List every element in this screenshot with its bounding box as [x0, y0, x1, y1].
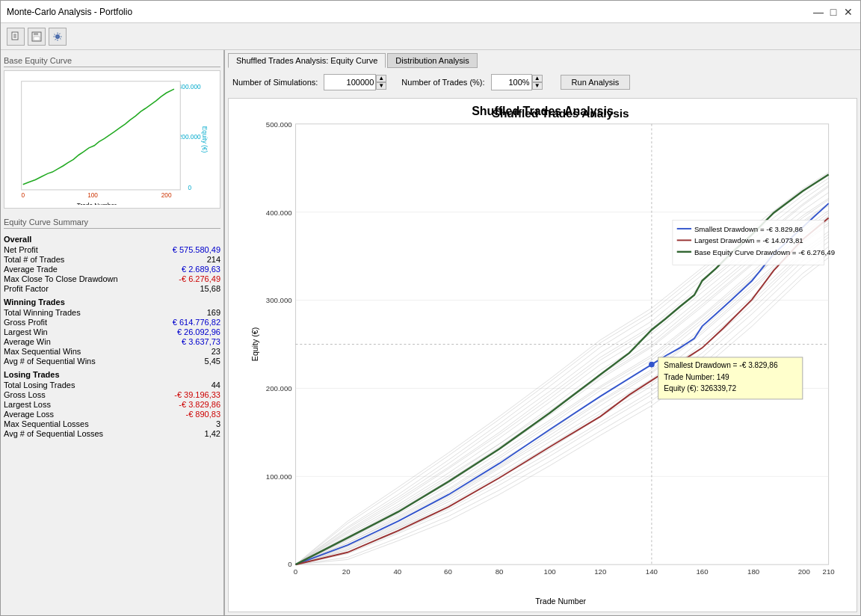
svg-text:100: 100 — [544, 567, 556, 576]
legend-base-dd: Base Equity Curve Drawdown = -€ 6.276,49 — [694, 248, 835, 256]
right-panel: Shuffled Trades Analysis: Equity Curve D… — [225, 50, 860, 615]
largest-loss-value: -€ 3.829,86 — [179, 400, 220, 409]
avg-loss-value: -€ 890,83 — [186, 410, 220, 419]
avg-seq-losses-row: Avg # of Sequential Losses 1,42 — [4, 429, 220, 438]
profit-factor-label: Profit Factor — [4, 284, 49, 293]
losing-header: Losing Trades — [4, 370, 220, 379]
svg-text:Trade Number: 149: Trade Number: 149 — [664, 373, 729, 381]
avg-win-row: Average Win € 3.637,73 — [4, 337, 220, 346]
main-chart-svg: Equity (€) Trade Number Shuffled Trades … — [229, 99, 857, 612]
controls-bar: Number of Simulations: ▲ ▼ Number of Tra… — [228, 71, 857, 93]
simulations-input-group: ▲ ▼ — [324, 74, 386, 90]
svg-text:40: 40 — [393, 567, 401, 576]
minimize-button[interactable]: — — [812, 6, 824, 18]
trades-label: Number of Trades (%): — [401, 78, 484, 87]
base-equity-section-title: Base Equity Curve — [4, 56, 220, 67]
maximize-button[interactable]: □ — [827, 6, 839, 18]
max-seq-wins-value: 23 — [212, 347, 220, 356]
tab-equity-curve[interactable]: Shuffled Trades Analysis: Equity Curve — [228, 53, 386, 68]
base-equity-chart: 400.000 200.000 0 0 100 200 Trade Number… — [7, 74, 217, 205]
total-losing-value: 44 — [212, 381, 220, 389]
total-winning-label: Total Winning Trades — [4, 308, 81, 317]
gross-profit-row: Gross Profit € 614.776,82 — [4, 318, 220, 327]
simulations-input[interactable] — [324, 74, 376, 90]
total-losing-row: Total Losing Trades 44 — [4, 381, 220, 389]
gross-loss-label: Gross Loss — [4, 390, 46, 399]
gross-loss-row: Gross Loss -€ 39.196,33 — [4, 390, 220, 399]
avg-loss-label: Average Loss — [4, 410, 54, 419]
net-profit-value: € 575.580,49 — [173, 245, 220, 254]
winning-header: Winning Trades — [4, 298, 220, 307]
largest-win-value: € 26.092,96 — [177, 327, 220, 336]
net-profit-row: Net Profit € 575.580,49 — [4, 245, 220, 254]
svg-text:210: 210 — [823, 567, 835, 576]
gross-profit-label: Gross Profit — [4, 318, 47, 327]
total-losing-label: Total Losing Trades — [4, 381, 75, 389]
main-window: Monte-Carlo Analysis - Portfolio — □ ✕ B… — [0, 0, 861, 616]
svg-text:120: 120 — [594, 567, 606, 576]
svg-text:100: 100 — [87, 191, 98, 199]
legend-smallest-dd: Smallest Drawdown = -€ 3.829,86 — [694, 225, 803, 233]
tooltip-marker — [649, 362, 655, 368]
chart-legend: Smallest Drawdown = -€ 3.829,86 Largest … — [673, 220, 835, 265]
svg-text:500.000: 500.000 — [266, 120, 292, 129]
new-button[interactable] — [7, 28, 25, 46]
svg-text:0: 0 — [294, 567, 297, 576]
avg-seq-wins-row: Avg # of Sequential Wins 5,45 — [4, 357, 220, 366]
trades-arrows: ▲ ▼ — [532, 75, 543, 90]
svg-text:100.000: 100.000 — [266, 472, 292, 481]
svg-rect-5 — [34, 32, 38, 35]
largest-loss-row: Largest Loss -€ 3.829,86 — [4, 400, 220, 409]
svg-rect-19 — [22, 81, 181, 190]
trades-up-arrow[interactable]: ▲ — [532, 75, 543, 82]
net-profit-label: Net Profit — [4, 245, 38, 254]
trades-input-group: ▲ ▼ — [491, 74, 543, 90]
svg-text:60: 60 — [444, 567, 452, 576]
chart-tooltip: Smallest Drawdown = -€ 3.829,86 Trade Nu… — [658, 357, 803, 399]
close-button[interactable]: ✕ — [842, 6, 854, 18]
svg-text:Equity (€): Equity (€) — [250, 327, 259, 361]
profit-factor-row: Profit Factor 15,68 — [4, 284, 220, 293]
avg-seq-wins-value: 5,45 — [205, 357, 220, 366]
svg-text:Equity (€): Equity (€) — [201, 126, 209, 153]
svg-text:200: 200 — [161, 191, 172, 199]
svg-text:0: 0 — [188, 184, 191, 191]
svg-text:0: 0 — [21, 191, 25, 199]
simulations-label: Number of Simulations: — [232, 78, 318, 87]
save-button[interactable] — [28, 28, 46, 46]
total-winning-value: 169 — [207, 308, 220, 317]
svg-point-7 — [56, 34, 60, 38]
svg-text:140: 140 — [646, 567, 658, 576]
svg-text:160: 160 — [696, 567, 708, 576]
avg-loss-row: Average Loss -€ 890,83 — [4, 410, 220, 419]
max-seq-losses-row: Max Sequential Losses 3 — [4, 419, 220, 428]
run-analysis-button[interactable]: Run Analysis — [561, 75, 631, 90]
settings-button[interactable] — [49, 28, 67, 46]
svg-text:200: 200 — [798, 567, 810, 576]
avg-trade-label: Average Trade — [4, 265, 58, 274]
avg-win-label: Average Win — [4, 337, 51, 346]
trades-down-arrow[interactable]: ▼ — [532, 82, 543, 90]
simulations-up-arrow[interactable]: ▲ — [376, 75, 386, 82]
base-equity-chart-container: 400.000 200.000 0 0 100 200 Trade Number… — [4, 70, 220, 209]
window-controls: — □ ✕ — [812, 6, 854, 18]
svg-text:200.000: 200.000 — [179, 134, 201, 141]
avg-seq-wins-label: Avg # of Sequential Wins — [4, 357, 96, 366]
simulations-down-arrow[interactable]: ▼ — [376, 82, 386, 90]
svg-text:Equity (€): 326339,72: Equity (€): 326339,72 — [664, 384, 736, 392]
svg-text:Trade Number: Trade Number — [77, 202, 117, 205]
max-seq-wins-row: Max Sequential Wins 23 — [4, 347, 220, 356]
trades-input[interactable] — [491, 74, 532, 90]
max-drawdown-row: Max Close To Close Drawdown -€ 6.276,49 — [4, 274, 220, 283]
gross-profit-value: € 614.776,82 — [173, 318, 220, 327]
tab-distribution[interactable]: Distribution Analysis — [387, 53, 477, 68]
svg-text:400.000: 400.000 — [179, 83, 201, 90]
svg-text:80: 80 — [496, 567, 504, 576]
max-drawdown-value: -€ 6.276,49 — [179, 274, 220, 283]
total-trades-value: 214 — [207, 255, 220, 264]
profit-factor-value: 15,68 — [200, 284, 220, 293]
avg-win-value: € 3.637,73 — [182, 337, 220, 346]
total-winning-row: Total Winning Trades 169 — [4, 308, 220, 317]
max-drawdown-label: Max Close To Close Drawdown — [4, 274, 118, 283]
svg-text:0: 0 — [288, 560, 291, 568]
